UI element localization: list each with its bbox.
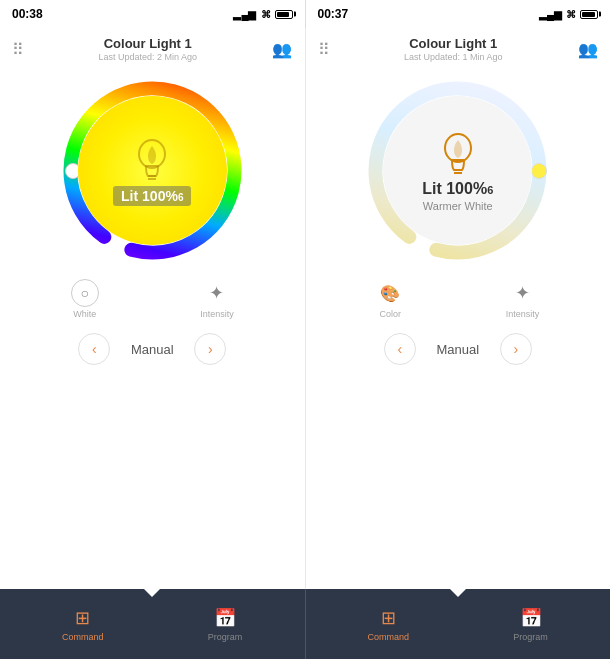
main-content: ⠿ Colour Light 1 Last Updated: 2 Min Ago… [0, 28, 610, 589]
right-color-picker-icon[interactable]: 🎨 [376, 279, 404, 307]
right-header: ⠿ Colour Light 1 Last Updated: 1 Min Ago… [306, 36, 611, 62]
right-last-updated: Last Updated: 1 Min Ago [404, 52, 503, 62]
right-wifi-icon: ⌘ [566, 9, 576, 20]
tab-bar: ⊞ Command 📅 Program ⊞ Command 📅 Program [0, 589, 610, 659]
right-bulb-icon [438, 130, 478, 180]
right-tab-indicator [450, 589, 466, 597]
right-color-name: Warmer White [423, 200, 493, 212]
status-bars: 00:38 ▂▄▆ ⌘ 00:37 ▂▄▆ ⌘ [0, 0, 610, 28]
right-intensity-icon[interactable]: ✦ [508, 279, 536, 307]
right-nav-prev-button[interactable]: ‹ [384, 333, 416, 365]
left-program-icon: 📅 [214, 607, 236, 629]
left-panel: ⠿ Colour Light 1 Last Updated: 2 Min Ago… [0, 28, 306, 589]
right-program-label: Program [513, 632, 548, 642]
left-device-title: Colour Light 1 [98, 36, 197, 51]
right-command-icon: ⊞ [381, 607, 396, 629]
left-bulb-icon [132, 136, 172, 186]
left-tab-half: ⊞ Command 📅 Program [0, 589, 306, 659]
right-controls-row: 🎨 Color ✦ Intensity [306, 275, 611, 323]
left-program-label: Program [208, 632, 243, 642]
right-dial-container[interactable]: Lit 100%6 Warmer White [365, 78, 550, 263]
right-tab-half: ⊞ Command 📅 Program [306, 589, 611, 659]
right-device-title: Colour Light 1 [404, 36, 503, 51]
left-intensity-label: Intensity [200, 309, 234, 319]
left-status-bar: 00:38 ▂▄▆ ⌘ [0, 0, 306, 28]
left-command-label: Command [62, 632, 104, 642]
right-tab-program[interactable]: 📅 Program [513, 607, 548, 642]
right-battery-icon [580, 10, 598, 19]
left-white-control[interactable]: ○ White [71, 279, 99, 319]
right-intensity-label: Intensity [506, 309, 540, 319]
left-nav-row: ‹ Manual › [0, 327, 305, 371]
right-nav-next-button[interactable]: › [500, 333, 532, 365]
left-tab-command[interactable]: ⊞ Command [62, 607, 104, 642]
right-color-label: Color [379, 309, 401, 319]
right-nav-mode-label: Manual [428, 342, 488, 357]
left-color-wheel[interactable]: Lit 100%6 [60, 78, 245, 263]
right-warm-arc[interactable]: Lit 100%6 Warmer White [365, 78, 550, 263]
left-nav-next-button[interactable]: › [194, 333, 226, 365]
right-menu-dots-icon[interactable]: ⠿ [318, 40, 329, 59]
right-status-icons: ▂▄▆ ⌘ [539, 9, 598, 20]
right-users-icon[interactable]: 👥 [578, 40, 598, 59]
left-battery-icon [275, 10, 293, 19]
right-light-display: Lit 100%6 Warmer White [383, 96, 532, 245]
left-white-label: White [73, 309, 96, 319]
right-lit-label: Lit 100%6 [422, 180, 493, 198]
left-intensity-icon[interactable]: ✦ [203, 279, 231, 307]
left-tab-indicator [144, 589, 160, 597]
right-nav-row: ‹ Manual › [306, 327, 611, 371]
right-time: 00:37 [318, 7, 349, 21]
left-time: 00:38 [12, 7, 43, 21]
left-command-icon: ⊞ [75, 607, 90, 629]
left-signal-icon: ▂▄▆ [233, 9, 256, 20]
left-intensity-control[interactable]: ✦ Intensity [200, 279, 234, 319]
right-intensity-control[interactable]: ✦ Intensity [506, 279, 540, 319]
left-status-icons: ▂▄▆ ⌘ [233, 9, 292, 20]
left-lit-label: Lit 100%6 [113, 186, 191, 206]
right-tab-command[interactable]: ⊞ Command [368, 607, 410, 642]
left-header: ⠿ Colour Light 1 Last Updated: 2 Min Ago… [0, 36, 305, 62]
right-program-icon: 📅 [520, 607, 542, 629]
right-color-control[interactable]: 🎨 Color [376, 279, 404, 319]
left-wifi-icon: ⌘ [261, 9, 271, 20]
left-tab-program[interactable]: 📅 Program [208, 607, 243, 642]
left-dial-container[interactable]: Lit 100%6 [60, 78, 245, 263]
left-last-updated: Last Updated: 2 Min Ago [98, 52, 197, 62]
right-title-group: Colour Light 1 Last Updated: 1 Min Ago [404, 36, 503, 62]
right-status-bar: 00:37 ▂▄▆ ⌘ [306, 0, 611, 28]
left-menu-dots-icon[interactable]: ⠿ [12, 40, 23, 59]
left-white-icon[interactable]: ○ [71, 279, 99, 307]
right-command-label: Command [368, 632, 410, 642]
right-signal-icon: ▂▄▆ [539, 9, 562, 20]
left-nav-prev-button[interactable]: ‹ [78, 333, 110, 365]
left-users-icon[interactable]: 👥 [272, 40, 292, 59]
right-panel: ⠿ Colour Light 1 Last Updated: 1 Min Ago… [306, 28, 611, 589]
left-nav-mode-label: Manual [122, 342, 182, 357]
left-title-group: Colour Light 1 Last Updated: 2 Min Ago [98, 36, 197, 62]
left-light-display: Lit 100%6 [78, 96, 227, 245]
left-controls-row: ○ White ✦ Intensity [0, 275, 305, 323]
